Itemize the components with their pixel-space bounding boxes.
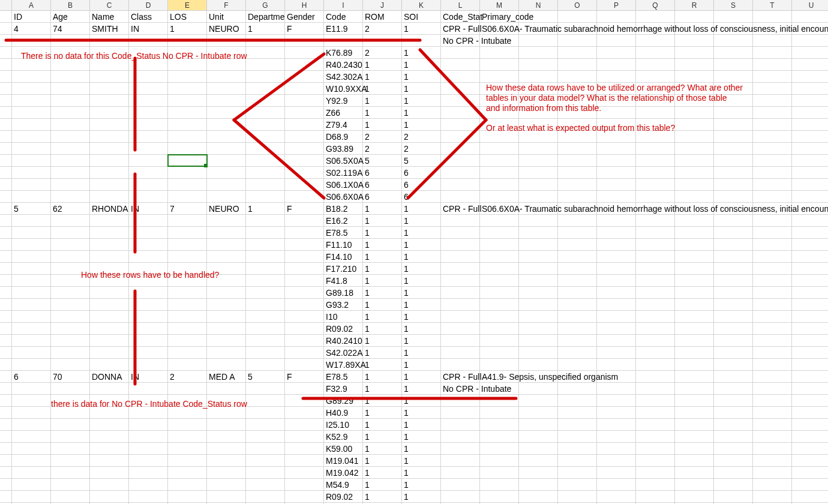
data-cell[interactable] xyxy=(792,491,828,502)
data-cell[interactable] xyxy=(792,323,828,334)
data-cell[interactable] xyxy=(246,47,285,58)
data-cell[interactable] xyxy=(519,323,558,334)
data-cell[interactable] xyxy=(129,311,168,322)
data-cell[interactable] xyxy=(90,407,129,418)
data-cell[interactable] xyxy=(675,491,714,502)
data-cell[interactable]: MED A xyxy=(207,371,246,382)
data-cell[interactable] xyxy=(597,95,636,106)
data-cell[interactable] xyxy=(12,143,51,154)
data-cell[interactable] xyxy=(714,71,753,82)
data-cell[interactable] xyxy=(792,419,828,430)
data-cell[interactable] xyxy=(246,215,285,226)
data-cell[interactable] xyxy=(0,263,12,274)
data-cell[interactable] xyxy=(519,95,558,106)
data-cell[interactable] xyxy=(792,143,828,154)
data-cell[interactable]: 1 xyxy=(402,47,441,58)
data-cell[interactable] xyxy=(753,239,792,250)
data-cell[interactable]: G93.2 xyxy=(324,299,363,310)
data-cell[interactable] xyxy=(246,479,285,490)
data-cell[interactable] xyxy=(90,35,129,46)
data-cell[interactable] xyxy=(519,131,558,142)
data-cell[interactable] xyxy=(636,71,675,82)
data-cell[interactable] xyxy=(51,239,90,250)
data-cell[interactable] xyxy=(90,287,129,298)
data-cell[interactable] xyxy=(480,431,519,442)
data-cell[interactable] xyxy=(480,299,519,310)
data-cell[interactable] xyxy=(246,227,285,238)
data-cell[interactable] xyxy=(207,491,246,502)
data-cell[interactable] xyxy=(51,83,90,94)
data-cell[interactable] xyxy=(168,383,207,394)
data-cell[interactable] xyxy=(12,167,51,178)
data-cell[interactable] xyxy=(246,275,285,286)
data-cell[interactable] xyxy=(207,227,246,238)
data-cell[interactable] xyxy=(675,131,714,142)
data-cell[interactable] xyxy=(129,71,168,82)
data-cell[interactable] xyxy=(597,323,636,334)
data-cell[interactable]: 2 xyxy=(402,143,441,154)
data-cell[interactable] xyxy=(168,239,207,250)
data-cell[interactable] xyxy=(441,347,480,358)
data-cell[interactable] xyxy=(558,71,597,82)
data-cell[interactable] xyxy=(0,323,12,334)
column-header[interactable]: E xyxy=(168,0,207,10)
data-cell[interactable] xyxy=(246,395,285,406)
data-cell[interactable] xyxy=(90,323,129,334)
data-cell[interactable] xyxy=(168,299,207,310)
data-cell[interactable] xyxy=(207,143,246,154)
data-cell[interactable] xyxy=(753,395,792,406)
data-cell[interactable] xyxy=(441,131,480,142)
data-cell[interactable] xyxy=(558,299,597,310)
data-cell[interactable] xyxy=(558,119,597,130)
data-cell[interactable] xyxy=(753,359,792,370)
data-cell[interactable] xyxy=(558,167,597,178)
data-cell[interactable] xyxy=(636,275,675,286)
data-cell[interactable] xyxy=(558,479,597,490)
data-cell[interactable]: 1 xyxy=(168,23,207,34)
data-cell[interactable] xyxy=(675,395,714,406)
data-cell[interactable] xyxy=(90,419,129,430)
data-cell[interactable] xyxy=(168,95,207,106)
data-cell[interactable] xyxy=(168,263,207,274)
data-cell[interactable] xyxy=(0,455,12,466)
data-cell[interactable] xyxy=(90,143,129,154)
data-cell[interactable] xyxy=(636,491,675,502)
data-cell[interactable] xyxy=(675,239,714,250)
data-cell[interactable]: Z66 xyxy=(324,107,363,118)
data-cell[interactable]: G89.18 xyxy=(324,287,363,298)
data-cell[interactable] xyxy=(597,167,636,178)
spreadsheet-grid[interactable]: IDAgeNameClassLOSUnitDepartmeGenderCodeR… xyxy=(0,11,828,504)
data-cell[interactable] xyxy=(207,35,246,46)
column-header[interactable]: S xyxy=(714,0,753,10)
data-cell[interactable] xyxy=(285,491,324,502)
data-cell[interactable] xyxy=(90,443,129,454)
data-cell[interactable] xyxy=(480,239,519,250)
data-cell[interactable] xyxy=(90,47,129,58)
data-cell[interactable] xyxy=(519,251,558,262)
data-cell[interactable] xyxy=(285,263,324,274)
data-cell[interactable] xyxy=(441,47,480,58)
data-cell[interactable] xyxy=(675,275,714,286)
data-cell[interactable]: 1 xyxy=(402,335,441,346)
data-cell[interactable]: 74 xyxy=(51,23,90,34)
data-cell[interactable] xyxy=(12,263,51,274)
data-cell[interactable] xyxy=(168,395,207,406)
data-cell[interactable]: K76.89 xyxy=(324,47,363,58)
data-cell[interactable] xyxy=(675,71,714,82)
data-cell[interactable] xyxy=(207,47,246,58)
data-cell[interactable] xyxy=(636,131,675,142)
data-cell[interactable] xyxy=(90,467,129,478)
data-cell[interactable] xyxy=(597,215,636,226)
data-cell[interactable] xyxy=(558,491,597,502)
data-cell[interactable] xyxy=(480,131,519,142)
data-cell[interactable] xyxy=(285,251,324,262)
data-cell[interactable]: 1 xyxy=(402,59,441,70)
data-cell[interactable] xyxy=(168,107,207,118)
column-header[interactable]: A xyxy=(12,0,51,10)
data-cell[interactable] xyxy=(714,287,753,298)
data-cell[interactable] xyxy=(714,131,753,142)
data-cell[interactable] xyxy=(207,71,246,82)
data-cell[interactable] xyxy=(519,455,558,466)
data-cell[interactable] xyxy=(207,251,246,262)
column-header[interactable]: N xyxy=(519,0,558,10)
